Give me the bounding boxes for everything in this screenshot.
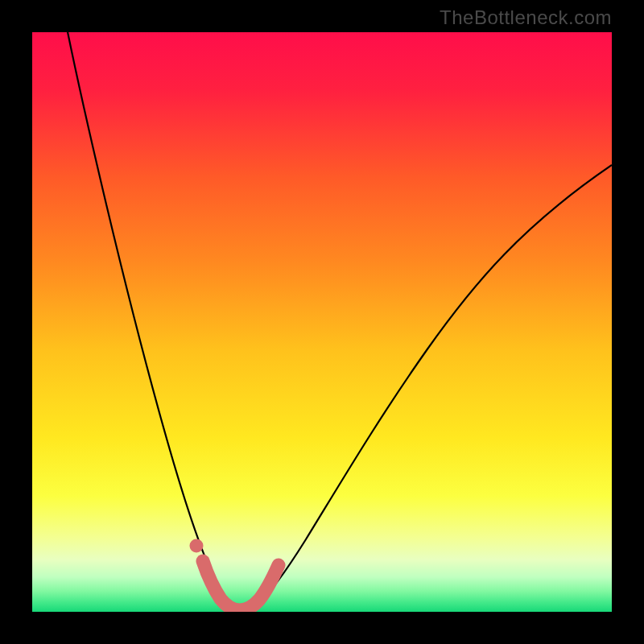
chart-frame: TheBottleneck.com [0,0,644,644]
curve-layer [32,32,612,612]
watermark-text: TheBottleneck.com [440,6,612,29]
optimal-zone-marker [203,561,279,610]
bottleneck-curve [64,32,612,609]
plot-area [32,32,612,612]
marker-dot [190,539,204,553]
